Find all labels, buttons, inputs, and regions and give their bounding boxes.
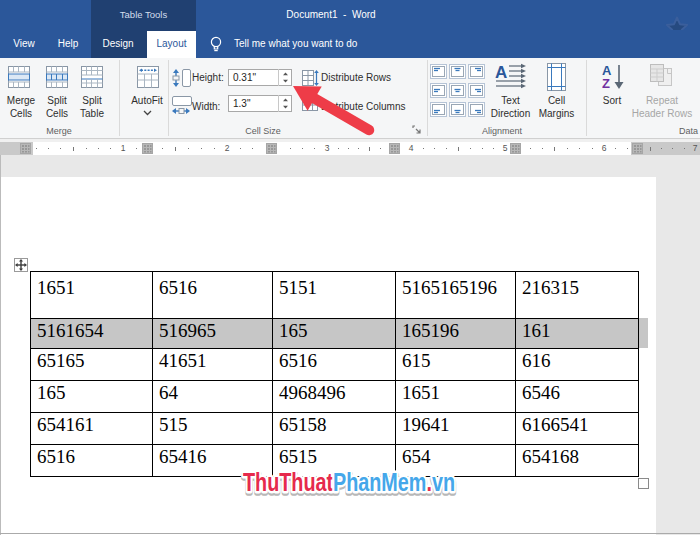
svg-text:ThuThuatPhanMem.vn: ThuThuatPhanMem.vn [243,468,455,496]
svg-text:A: A [495,63,507,82]
svg-text:Z: Z [602,76,610,89]
